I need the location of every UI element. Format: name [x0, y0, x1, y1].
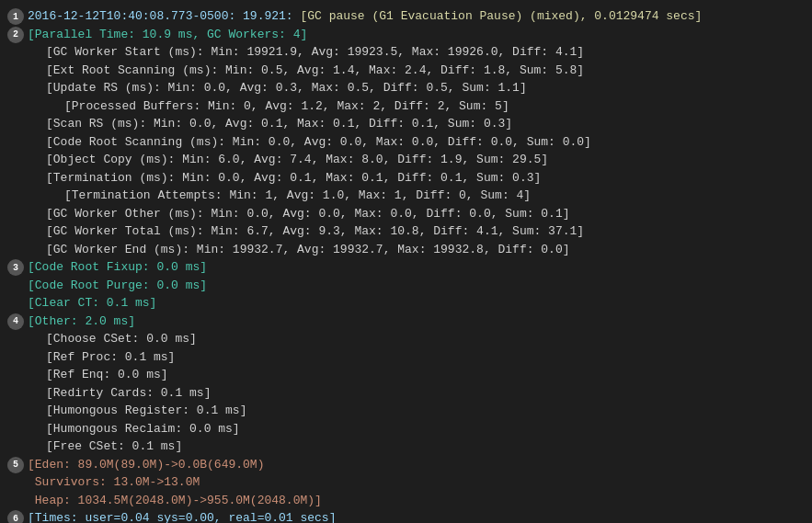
- line-content: [Parallel Time: 10.9 ms, GC Workers: 4]: [28, 26, 307, 44]
- log-text: [Eden: 89.0M(89.0M)->0.0B(649.0M): [28, 458, 264, 472]
- log-text: [Other: 2.0 ms]: [28, 314, 135, 328]
- line-content: [Redirty Cards: 0.1 ms]: [28, 384, 211, 403]
- log-text: [GC Worker Start (ms): Min: 19921.9, Avg…: [46, 45, 584, 59]
- line-content: [Processed Buffers: Min: 0, Avg: 1.2, Ma…: [28, 97, 509, 116]
- log-line: Survivors: 13.0M->13.0M: [7, 473, 805, 492]
- line-content: [Humongous Reclaim: 0.0 ms]: [28, 420, 240, 438]
- log-text: [Code Root Purge: 0.0 ms]: [28, 279, 207, 292]
- log-line: [GC Worker Other (ms): Min: 0.0, Avg: 0.…: [7, 205, 805, 223]
- log-text: [Ext Root Scanning (ms): Min: 0.5, Avg: …: [46, 63, 584, 77]
- line-number: 2: [7, 27, 24, 43]
- line-content: [Eden: 89.0M(89.0M)->0.0B(649.0M): [28, 456, 264, 474]
- log-text: [Redirty Cards: 0.1 ms]: [46, 386, 211, 400]
- log-text: [Code Root Fixup: 0.0 ms]: [28, 260, 207, 274]
- log-line: [Choose CSet: 0.0 ms]: [7, 330, 805, 348]
- log-line: 12016-12-12T10:40:08.773-0500: 19.921: […: [7, 7, 805, 26]
- line-content: [Termination Attempts: Min: 1, Avg: 1.0,…: [28, 187, 531, 205]
- line-content: 2016-12-12T10:40:08.773-0500: 19.921: [G…: [28, 7, 702, 26]
- log-line: [Ref Enq: 0.0 ms]: [7, 366, 805, 384]
- line-number: 1: [7, 8, 24, 25]
- log-text: [Termination (ms): Min: 0.0, Avg: 0.1, M…: [46, 171, 541, 185]
- log-line: [Clear CT: 0.1 ms]: [7, 294, 805, 313]
- line-content: [Times: user=0.04 sys=0.00, real=0.01 se…: [28, 509, 336, 523]
- log-text: [Times: user=0.04 sys=0.00, real=0.01 se…: [28, 511, 336, 523]
- line-content: [Scan RS (ms): Min: 0.0, Avg: 0.1, Max: …: [28, 115, 512, 133]
- line-content: [Ext Root Scanning (ms): Min: 0.5, Avg: …: [28, 62, 584, 80]
- line-number: 5: [7, 457, 24, 473]
- line-number: 3: [7, 259, 24, 276]
- log-text: [Clear CT: 0.1 ms]: [28, 296, 156, 310]
- log-line: [Scan RS (ms): Min: 0.0, Avg: 0.1, Max: …: [7, 115, 805, 133]
- log-text: [Humongous Register: 0.1 ms]: [46, 404, 246, 417]
- line-content: [Ref Proc: 0.1 ms]: [28, 348, 175, 367]
- log-line: [Free CSet: 0.1 ms]: [7, 438, 805, 456]
- log-text: [GC pause (G1 Evacuation Pause) (mixed),…: [300, 9, 702, 23]
- line-content: [Other: 2.0 ms]: [28, 313, 135, 331]
- log-text: [Ref Enq: 0.0 ms]: [46, 368, 168, 381]
- line-content: Heap: 1034.5M(2048.0M)->955.0M(2048.0M)]: [28, 492, 322, 510]
- log-container: 12016-12-12T10:40:08.773-0500: 19.921: […: [0, 4, 812, 523]
- line-content: [GC Worker Start (ms): Min: 19921.9, Avg…: [28, 43, 584, 62]
- log-text: 2016-12-12T10:40:08.773-0500: 19.921:: [28, 9, 300, 23]
- line-content: [Object Copy (ms): Min: 6.0, Avg: 7.4, M…: [28, 151, 548, 169]
- log-line: [Termination (ms): Min: 0.0, Avg: 0.1, M…: [7, 169, 805, 188]
- log-line: 4[Other: 2.0 ms]: [7, 313, 805, 331]
- line-content: [Choose CSet: 0.0 ms]: [28, 330, 197, 348]
- log-line: 3[Code Root Fixup: 0.0 ms]: [7, 258, 805, 277]
- log-text: [Code Root Scanning (ms): Min: 0.0, Avg:…: [46, 135, 591, 149]
- line-content: [Update RS (ms): Min: 0.0, Avg: 0.3, Max…: [28, 79, 527, 97]
- log-text: [Termination Attempts: Min: 1, Avg: 1.0,…: [64, 188, 531, 202]
- log-text: [Choose CSet: 0.0 ms]: [46, 332, 197, 346]
- log-text: [Ref Proc: 0.1 ms]: [46, 350, 175, 364]
- line-content: [GC Worker Total (ms): Min: 6.7, Avg: 9.…: [28, 222, 584, 241]
- log-line: 2[Parallel Time: 10.9 ms, GC Workers: 4]: [7, 26, 805, 44]
- line-content: [Ref Enq: 0.0 ms]: [28, 366, 168, 384]
- log-line: [GC Worker Total (ms): Min: 6.7, Avg: 9.…: [7, 222, 805, 241]
- log-line: [Processed Buffers: Min: 0, Avg: 1.2, Ma…: [7, 97, 805, 116]
- log-line: Heap: 1034.5M(2048.0M)->955.0M(2048.0M)]: [7, 492, 805, 510]
- line-content: [Clear CT: 0.1 ms]: [28, 294, 156, 313]
- log-text: Survivors: 13.0M->13.0M: [28, 475, 200, 489]
- log-line: [Code Root Purge: 0.0 ms]: [7, 277, 805, 295]
- log-line: [Code Root Scanning (ms): Min: 0.0, Avg:…: [7, 133, 805, 152]
- log-line: 5[Eden: 89.0M(89.0M)->0.0B(649.0M): [7, 456, 805, 474]
- log-text: [Object Copy (ms): Min: 6.0, Avg: 7.4, M…: [46, 153, 548, 166]
- log-text: Heap: 1034.5M(2048.0M)->955.0M(2048.0M)]: [28, 494, 322, 507]
- line-content: [Code Root Scanning (ms): Min: 0.0, Avg:…: [28, 133, 591, 152]
- log-text: [Scan RS (ms): Min: 0.0, Avg: 0.1, Max: …: [46, 117, 512, 131]
- log-line: 6[Times: user=0.04 sys=0.00, real=0.01 s…: [7, 509, 805, 523]
- log-line: [Humongous Register: 0.1 ms]: [7, 402, 805, 420]
- log-line: [Update RS (ms): Min: 0.0, Avg: 0.3, Max…: [7, 79, 805, 97]
- log-line: [GC Worker End (ms): Min: 19932.7, Avg: …: [7, 241, 805, 259]
- log-line: [Ext Root Scanning (ms): Min: 0.5, Avg: …: [7, 62, 805, 80]
- log-text: [GC Worker Other (ms): Min: 0.0, Avg: 0.…: [46, 207, 570, 221]
- line-content: [Free CSet: 0.1 ms]: [28, 438, 182, 456]
- log-line: [Humongous Reclaim: 0.0 ms]: [7, 420, 805, 438]
- line-content: [Humongous Register: 0.1 ms]: [28, 402, 246, 420]
- log-line: [Object Copy (ms): Min: 6.0, Avg: 7.4, M…: [7, 151, 805, 169]
- line-content: [GC Worker Other (ms): Min: 0.0, Avg: 0.…: [28, 205, 570, 223]
- log-text: [Free CSet: 0.1 ms]: [46, 439, 182, 453]
- log-line: [GC Worker Start (ms): Min: 19921.9, Avg…: [7, 43, 805, 62]
- log-text: [GC Worker End (ms): Min: 19932.7, Avg: …: [46, 243, 570, 256]
- log-text: [GC Worker Total (ms): Min: 6.7, Avg: 9.…: [46, 224, 584, 238]
- line-content: [GC Worker End (ms): Min: 19932.7, Avg: …: [28, 241, 570, 259]
- line-content: [Code Root Purge: 0.0 ms]: [28, 277, 207, 295]
- log-line: [Termination Attempts: Min: 1, Avg: 1.0,…: [7, 187, 805, 205]
- line-content: [Code Root Fixup: 0.0 ms]: [28, 258, 207, 277]
- log-text: [Update RS (ms): Min: 0.0, Avg: 0.3, Max…: [46, 81, 527, 95]
- log-line: [Redirty Cards: 0.1 ms]: [7, 384, 805, 403]
- log-text: [Humongous Reclaim: 0.0 ms]: [46, 422, 240, 436]
- log-text: [Processed Buffers: Min: 0, Avg: 1.2, Ma…: [64, 99, 509, 113]
- log-text: [Parallel Time: 10.9 ms, GC Workers: 4]: [28, 28, 307, 41]
- log-line: [Ref Proc: 0.1 ms]: [7, 348, 805, 367]
- line-content: Survivors: 13.0M->13.0M: [28, 473, 200, 492]
- line-number: 4: [7, 313, 24, 330]
- line-content: [Termination (ms): Min: 0.0, Avg: 0.1, M…: [28, 169, 541, 188]
- line-number: 6: [7, 510, 24, 523]
